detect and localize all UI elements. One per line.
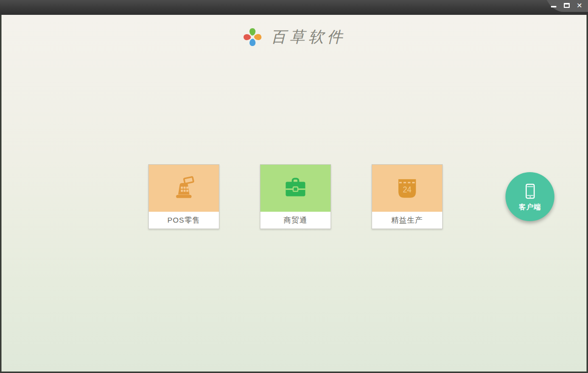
pinwheel-logo-icon xyxy=(242,27,263,47)
minimize-button[interactable] xyxy=(549,1,558,10)
window-controls: ✕ xyxy=(549,0,584,11)
smartphone-icon xyxy=(522,182,539,202)
product-card-lean-production[interactable]: 24 精益生产 xyxy=(372,164,443,229)
app-window: ✕ 百草软件 xyxy=(0,0,588,373)
calendar-day-number: 24 xyxy=(403,185,412,193)
brand-header: 百草软件 xyxy=(1,27,587,47)
calendar-icon: 24 xyxy=(395,176,420,201)
close-icon: ✕ xyxy=(577,2,583,9)
title-bar xyxy=(0,0,588,15)
client-download-button[interactable]: 客户端 xyxy=(505,172,554,221)
minimize-icon xyxy=(551,6,556,7)
app-title: 百草软件 xyxy=(271,27,346,47)
main-content: 百草软件 POS零售 xyxy=(1,15,587,372)
lean-production-tile: 24 xyxy=(372,165,442,212)
maximize-icon xyxy=(564,3,570,8)
client-button-label: 客户端 xyxy=(519,203,541,212)
product-card-trade[interactable]: 商贸通 xyxy=(260,164,331,229)
trade-tile xyxy=(260,165,331,212)
product-label: POS零售 xyxy=(149,212,219,229)
product-label: 精益生产 xyxy=(372,212,442,229)
maximize-button[interactable] xyxy=(562,1,571,10)
briefcase-icon xyxy=(283,176,308,201)
product-label: 商贸通 xyxy=(260,212,331,229)
close-button[interactable]: ✕ xyxy=(575,1,584,10)
cash-register-icon xyxy=(171,176,196,201)
product-card-pos-retail[interactable]: POS零售 xyxy=(148,164,219,229)
pos-retail-tile xyxy=(149,165,219,212)
